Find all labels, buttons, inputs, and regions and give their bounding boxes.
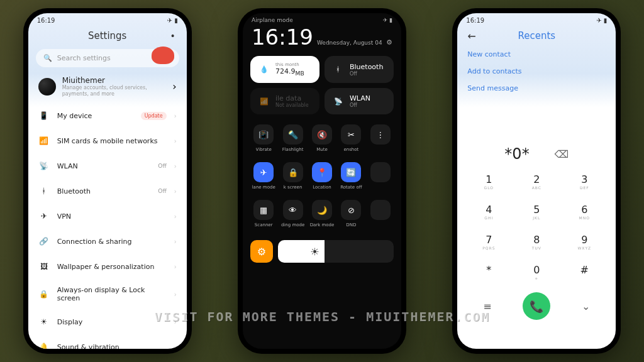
status-icons: ✈ ▮	[596, 17, 607, 24]
key-*[interactable]: *	[465, 257, 513, 287]
chevron-icon: ›	[172, 80, 176, 92]
key-5[interactable]: 5 JKL	[513, 197, 560, 227]
key-letters: DEF	[560, 185, 608, 190]
key-9[interactable]: 9 WXYZ	[560, 227, 608, 257]
toggle-icon: 🌙	[312, 200, 332, 220]
status-time: 16:19	[37, 17, 55, 24]
bluetooth-tile[interactable]: ᚼ Bluetooth Off	[325, 56, 394, 83]
toggle-Vibrate[interactable]: 📳 Vibrate	[250, 121, 277, 156]
toggle-label: Flashlight	[282, 147, 304, 152]
settings-row[interactable]: 🖼 Wallpaper & personalization ›	[28, 254, 187, 279]
phone-dialer: 16:19 ✈ ▮ ← Recents New contactAdd to co…	[452, 8, 621, 354]
key-0[interactable]: 0 +	[513, 257, 560, 287]
toggle-label: ding mode	[281, 222, 304, 228]
chevron-icon: ›	[174, 112, 177, 119]
row-icon: ᚼ	[38, 185, 50, 197]
data-usage-tile[interactable]: 💧 this month 724.9MB	[250, 56, 319, 83]
settings-row[interactable]: ✈ VPN ›	[28, 204, 187, 229]
search-placeholder: Search settings	[57, 54, 111, 62]
key-2[interactable]: 2 ABC	[513, 167, 560, 197]
toggle-Dark-mode[interactable]: 🌙 Dark mode	[309, 196, 335, 231]
toggle-[interactable]	[367, 196, 394, 231]
key-#[interactable]: #	[560, 257, 608, 287]
toggle-k-screen[interactable]: 🔒 k screen	[279, 158, 306, 194]
toggle-Location[interactable]: 📍 Location	[309, 158, 335, 194]
chevron-icon: ›	[174, 238, 177, 245]
toggle-[interactable]	[367, 158, 394, 194]
chevron-icon: ›	[174, 163, 177, 170]
key-number: 0	[513, 264, 560, 276]
auto-brightness-button[interactable]: ⚙	[250, 240, 273, 263]
search-input[interactable]: 🔍 Search settings	[36, 49, 179, 67]
key-3[interactable]: 3 DEF	[560, 167, 608, 197]
toggle-lane-mode[interactable]: ✈ lane mode	[250, 158, 277, 194]
status-time: 16:19	[466, 17, 484, 24]
dialer-link[interactable]: Send message	[467, 84, 606, 92]
toggle-icon	[370, 162, 391, 182]
cc-time: 16:19	[252, 25, 313, 50]
brightness-track[interactable]: ☀	[278, 240, 394, 263]
gear-icon[interactable]: ⚙	[386, 38, 392, 47]
tile-label: this month	[275, 62, 304, 67]
settings-row[interactable]: 🔒 Always-on display & Lock screen ›	[28, 279, 187, 309]
settings-row[interactable]: 🔔 Sound & vibration ›	[28, 334, 187, 349]
mobile-data-tile[interactable]: 📶 ile data Not available	[250, 88, 319, 114]
key-7[interactable]: 7 PQRS	[465, 227, 513, 257]
settings-row[interactable]: 📶 SIM cards & mobile networks ›	[28, 128, 187, 153]
toggle-Rotate-off[interactable]: 🔄 Rotate off	[338, 158, 364, 194]
back-icon[interactable]: ←	[467, 30, 475, 42]
toggle-label: DND	[346, 222, 356, 228]
key-letters: WXYZ	[560, 246, 608, 250]
toggle-icon: 🔦	[283, 124, 303, 145]
title-row: Settings •	[28, 28, 187, 47]
airplane-label: Airplane mode	[252, 17, 293, 23]
key-8[interactable]: 8 TUV	[513, 227, 560, 257]
page-title: Settings	[88, 30, 127, 41]
account-sub: Manage accounts, cloud services, payment…	[62, 85, 167, 97]
toggle-Mute[interactable]: 🔇 Mute	[309, 121, 335, 156]
chevron-icon: ›	[174, 213, 177, 220]
key-letters: MNO	[560, 216, 608, 220]
more-icon[interactable]: •	[170, 31, 175, 41]
toggle-enshot[interactable]: ✂ enshot	[338, 121, 364, 156]
key-6[interactable]: 6 MNO	[560, 197, 608, 227]
account-row[interactable]: Miuithemer Manage accounts, cloud servic…	[28, 70, 187, 103]
toggle-Flashlight[interactable]: 🔦 Flashlight	[279, 121, 306, 156]
toggle-DND[interactable]: ⊘ DND	[338, 196, 364, 231]
account-name: Miuithemer	[62, 76, 167, 85]
toggle-Scanner[interactable]: ▦ Scanner	[250, 196, 277, 231]
row-icon: ✈	[38, 211, 50, 222]
cc-clock: 16:19 Wednesday, August 04 ⚙	[243, 25, 401, 50]
settings-row[interactable]: 🔗 Connection & sharing ›	[28, 229, 187, 254]
cc-tiles: 💧 this month 724.9MB ᚼ Bluetooth Off 📶 i…	[243, 50, 401, 118]
status-icons: ✈ ▮	[167, 17, 178, 24]
row-icon: 📡	[38, 160, 50, 172]
key-number: 4	[465, 204, 513, 216]
dialed-number: *0*	[504, 145, 529, 163]
key-number: 5	[513, 204, 560, 216]
key-number: 8	[513, 234, 560, 246]
toggle-icon: ⊘	[341, 200, 361, 220]
row-value: Off	[158, 188, 166, 194]
number-display: *0* ⌫	[457, 134, 616, 167]
wlan-tile[interactable]: 📡 WLAN Off	[325, 88, 394, 114]
toggle-label: Mute	[316, 147, 328, 152]
brightness-slider[interactable]: ⚙ ☀	[250, 240, 394, 263]
backspace-icon[interactable]: ⌫	[555, 148, 569, 160]
toggle-ding-mode[interactable]: 👁 ding mode	[279, 196, 306, 231]
key-4[interactable]: 4 GHI	[465, 197, 513, 227]
dialer-link[interactable]: Add to contacts	[467, 67, 606, 75]
toggle-[interactable]: ⋮	[367, 121, 394, 156]
key-number: 3	[560, 173, 608, 185]
chevron-icon: ›	[174, 188, 177, 195]
phone-control-center: Airplane mode ✈ ▮ 16:19 Wednesday, Augus…	[238, 8, 406, 354]
row-icon: 📶	[38, 135, 50, 146]
settings-row[interactable]: ᚼ Bluetooth Off ›	[28, 178, 187, 204]
settings-row[interactable]: 📱 My device Update ›	[28, 103, 187, 128]
row-label: WLAN	[57, 162, 151, 170]
settings-row[interactable]: 📡 WLAN Off ›	[28, 153, 187, 178]
key-1[interactable]: 1 GLO	[465, 167, 513, 197]
dialer-link[interactable]: New contact	[467, 50, 606, 58]
toggle-label: Rotate off	[340, 185, 362, 190]
key-number: 9	[560, 234, 608, 246]
